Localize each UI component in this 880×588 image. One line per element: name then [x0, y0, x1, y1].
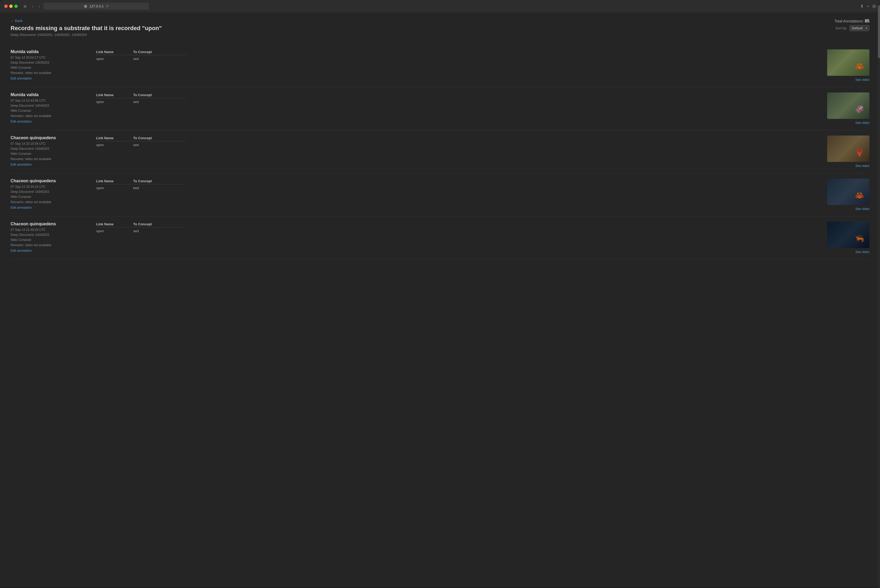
- to-concept-value: sed: [133, 100, 186, 104]
- record-item: Chaceon quinquedens 07 Sep 14 20:15:59 U…: [11, 130, 869, 173]
- record-info: Munida valida 07 Sep 14 20:04:17 UTC Dee…: [11, 50, 90, 81]
- record-link-section: Link Name To Concept upon sed: [96, 93, 821, 104]
- record-info: Chaceon quinquedens 07 Sep 14 20:34:15 U…: [11, 178, 90, 210]
- link-table-row: upon sed: [96, 100, 186, 104]
- record-name: Munida valida: [11, 50, 90, 54]
- close-button[interactable]: [4, 4, 8, 8]
- record-name: Munida valida: [11, 93, 90, 97]
- url-text: 127.0.0.1: [89, 4, 104, 8]
- edit-annotation-link[interactable]: Edit annotation: [11, 120, 32, 123]
- record-meta: 07 Sep 14 22:43:58 UTC Deep Discoverer 1…: [11, 98, 90, 118]
- link-table-header: Link Name To Concept: [96, 136, 186, 141]
- to-concept-header: To Concept: [133, 50, 186, 54]
- to-concept-header: To Concept: [133, 179, 186, 183]
- record-meta: 07 Sep 14 20:34:15 UTC Deep Discoverer 1…: [11, 184, 90, 205]
- scrollbar-track[interactable]: [878, 0, 880, 588]
- to-concept-header: To Concept: [133, 222, 186, 226]
- see-video-link[interactable]: See video: [827, 164, 869, 168]
- record-meta: 07 Sep 14 21:49:29 UTC Deep Discoverer 1…: [11, 227, 90, 248]
- see-video-link[interactable]: See video: [827, 207, 869, 211]
- link-table-row: upon bed: [96, 186, 186, 190]
- page-subtitle: Deep Discoverer 14040201, 14040202, 1404…: [11, 33, 162, 37]
- link-table-header: Link Name To Concept: [96, 179, 186, 184]
- creature-icon: 🦀: [855, 191, 864, 200]
- see-video-link[interactable]: See video: [827, 250, 869, 254]
- edit-annotation-link[interactable]: Edit annotation: [11, 206, 32, 210]
- record-link-section: Link Name To Concept upon sed: [96, 135, 821, 147]
- see-video-link[interactable]: See video: [827, 78, 869, 82]
- record-image-section: 🦑 See video: [827, 93, 869, 124]
- record-thumbnail: 🦀: [827, 178, 869, 205]
- record-thumbnail: 🦞: [827, 135, 869, 162]
- edit-annotation-link[interactable]: Edit annotation: [11, 249, 32, 252]
- browser-toolbar-right: ⬆ + ⊞: [860, 4, 876, 9]
- edit-annotation-link[interactable]: Edit annotation: [11, 163, 32, 166]
- creature-icon: 🦐: [855, 234, 864, 243]
- link-name-value: upon: [96, 100, 133, 104]
- link-name-header: Link Name: [96, 179, 133, 183]
- minimize-button[interactable]: [9, 4, 13, 8]
- record-name: Chaceon quinquedens: [11, 222, 90, 226]
- link-name-header: Link Name: [96, 136, 133, 140]
- link-table-row: upon sed: [96, 229, 186, 233]
- header-right: Total Annotations: 85 Sort by: Default N…: [835, 19, 869, 31]
- link-table-header: Link Name To Concept: [96, 93, 186, 98]
- back-browser-button[interactable]: ‹: [30, 4, 35, 9]
- sidebar-toggle-button[interactable]: ⊞: [22, 4, 28, 9]
- edit-annotation-link[interactable]: Edit annotation: [11, 76, 32, 80]
- to-concept-value: bed: [133, 186, 186, 190]
- total-count: 85: [865, 19, 869, 23]
- record-link-section: Link Name To Concept upon bed: [96, 178, 821, 190]
- to-concept-header: To Concept: [133, 93, 186, 97]
- header-left: ← Back Records missing a substrate that …: [11, 19, 162, 37]
- browser-chrome: ⊞ ‹ › ⊕ 127.0.0.1 ↺ ⬆ + ⊞: [0, 0, 880, 12]
- new-tab-icon[interactable]: +: [867, 4, 869, 9]
- record-info: Chaceon quinquedens 07 Sep 14 20:15:59 U…: [11, 135, 90, 166]
- total-label: Total Annotations:: [835, 19, 864, 23]
- link-table: Link Name To Concept upon sed: [96, 93, 186, 104]
- record-info: Chaceon quinquedens 07 Sep 14 21:49:29 U…: [11, 222, 90, 253]
- see-video-link[interactable]: See video: [827, 121, 869, 124]
- to-concept-value: sed: [133, 57, 186, 61]
- link-name-value: upon: [96, 229, 133, 233]
- browser-toolbar: ⊞ ‹ › ⊕ 127.0.0.1 ↺ ⬆ + ⊞: [4, 3, 876, 12]
- record-item: Chaceon quinquedens 07 Sep 14 20:34:15 U…: [11, 173, 869, 216]
- record-name: Chaceon quinquedens: [11, 178, 90, 183]
- scrollbar-thumb[interactable]: [878, 5, 880, 58]
- address-bar[interactable]: ⊕ 127.0.0.1 ↺: [44, 3, 149, 10]
- record-image-section: 🦀 See video: [827, 50, 869, 82]
- sort-label: Sort by:: [835, 26, 847, 30]
- creature-icon: 🦞: [855, 148, 864, 157]
- link-table-row: upon sed: [96, 143, 186, 147]
- sort-select[interactable]: Default Name Date: [849, 25, 869, 31]
- record-info: Munida valida 07 Sep 14 22:43:58 UTC Dee…: [11, 93, 90, 124]
- share-icon[interactable]: ⬆: [860, 4, 863, 9]
- grid-icon[interactable]: ⊞: [872, 4, 876, 9]
- to-concept-value: sed: [133, 143, 186, 147]
- fullscreen-button[interactable]: [14, 4, 18, 8]
- link-name-value: upon: [96, 143, 133, 147]
- sort-dropdown-wrapper[interactable]: Default Name Date ▼: [849, 25, 869, 31]
- records-list: Munida valida 07 Sep 14 20:04:17 UTC Dee…: [11, 44, 869, 260]
- record-thumbnail: 🦐: [827, 222, 869, 248]
- sort-control: Sort by: Default Name Date ▼: [835, 25, 869, 31]
- link-name-header: Link Name: [96, 93, 133, 97]
- record-item: Chaceon quinquedens 07 Sep 14 21:49:29 U…: [11, 216, 869, 260]
- to-concept-header: To Concept: [133, 136, 186, 140]
- reload-icon[interactable]: ↺: [106, 4, 109, 8]
- record-image-section: 🦞 See video: [827, 135, 869, 168]
- record-image-section: 🦐 See video: [827, 222, 869, 254]
- record-name: Chaceon quinquedens: [11, 135, 90, 140]
- record-meta: 07 Sep 14 20:04:17 UTC Deep Discoverer 1…: [11, 55, 90, 75]
- header-section: ← Back Records missing a substrate that …: [11, 19, 869, 37]
- link-table-row: upon sed: [96, 57, 186, 61]
- record-item: Munida valida 07 Sep 14 22:43:58 UTC Dee…: [11, 87, 869, 130]
- back-link[interactable]: ← Back: [11, 19, 162, 23]
- record-thumbnail: 🦀: [827, 50, 869, 76]
- link-table: Link Name To Concept upon bed: [96, 179, 186, 190]
- link-name-header: Link Name: [96, 222, 133, 226]
- to-concept-value: sed: [133, 229, 186, 233]
- link-name-value: upon: [96, 57, 133, 61]
- forward-browser-button[interactable]: ›: [37, 4, 42, 9]
- record-item: Munida valida 07 Sep 14 20:04:17 UTC Dee…: [11, 44, 869, 87]
